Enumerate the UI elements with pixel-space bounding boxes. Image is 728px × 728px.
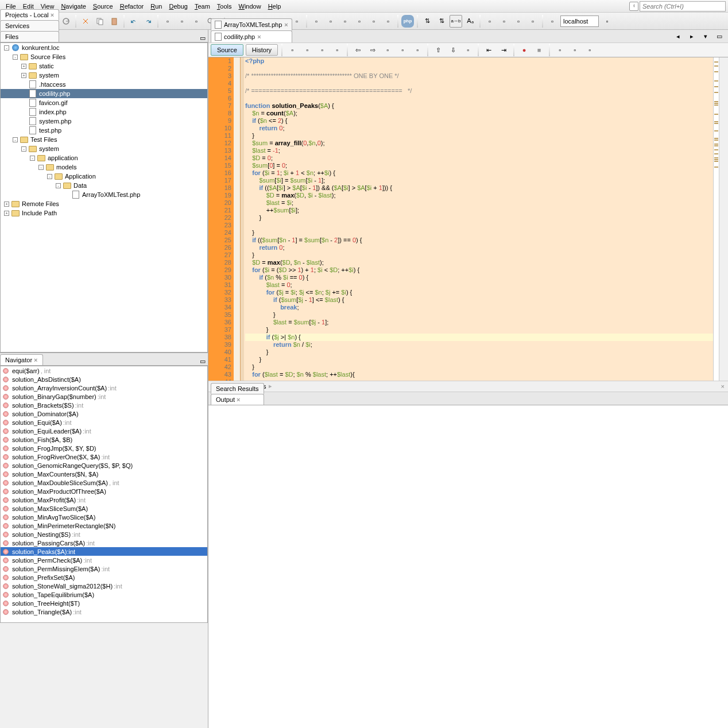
history-view-button[interactable]: History	[246, 44, 278, 56]
nav-item[interactable]: solution_Triangle($A):int	[1, 607, 207, 616]
code-editor[interactable]: 1234567891011121314151617181920212223242…	[208, 57, 728, 381]
nav-item[interactable]: solution_PrefixSet($A)	[1, 573, 207, 582]
menu-team[interactable]: Team	[191, 2, 214, 11]
tb-icon[interactable]: ▫	[526, 15, 539, 28]
tree-item[interactable]: +system	[1, 71, 207, 80]
tb-icon[interactable]: ▫	[310, 15, 323, 28]
minimize-icon[interactable]: ▭	[200, 34, 206, 42]
nav-item[interactable]: solution_Dominator($A)	[1, 409, 207, 418]
tree-item[interactable]: -models	[1, 162, 207, 172]
tree-item[interactable]: codility.php	[1, 89, 207, 98]
menu-tools[interactable]: Tools	[214, 2, 235, 11]
tree-item[interactable]: test.php	[1, 126, 207, 135]
tree-item[interactable]: -Application	[1, 172, 207, 181]
tree-item[interactable]: favicon.gif	[1, 98, 207, 107]
close-icon[interactable]: ×	[34, 357, 37, 363]
tree-item[interactable]: system.php	[1, 117, 207, 126]
tree-item[interactable]: -Data	[1, 181, 207, 190]
nav-item[interactable]: solution_StoneWall_sigma2012($H):int	[1, 582, 207, 590]
tab-prev-icon[interactable]: ◂	[672, 30, 684, 42]
tree-item[interactable]: -system	[1, 144, 207, 153]
tb-icon[interactable]: ⇅	[435, 15, 448, 28]
next-bookmark-icon[interactable]: ⇩	[447, 44, 459, 56]
search-input[interactable]	[640, 1, 726, 11]
tb-icon[interactable]: ▫	[161, 15, 174, 28]
macro-rec-icon[interactable]: ●	[518, 44, 530, 56]
ed-icon[interactable]: ▫	[462, 44, 474, 56]
tree-item[interactable]: index.php	[1, 107, 207, 117]
nav-item[interactable]: solution_FrogRiverOne($X, $A):int	[1, 452, 207, 461]
tab-services[interactable]: Services	[0, 20, 59, 31]
nav-item[interactable]: solution_PassingCars($A):int	[1, 539, 207, 547]
menu-window[interactable]: Window	[235, 2, 265, 11]
tree-item[interactable]: +static	[1, 61, 207, 71]
nav-item[interactable]: solution_ArrayInversionCount($A):int	[1, 384, 207, 392]
ed-icon[interactable]: ▫	[396, 44, 409, 56]
editor-breadcrumb[interactable]: solution_Peaks ▸ ×	[208, 381, 728, 392]
nav-item[interactable]: solution_FrogJmp($X, $Y, $D)	[1, 444, 207, 452]
menu-run[interactable]: Run	[147, 2, 165, 11]
vertical-scrollbar[interactable]	[719, 57, 728, 381]
project-tree[interactable]: -konkurent.loc-Source Files+static+syste…	[0, 42, 208, 353]
tree-item[interactable]: -Source Files	[1, 52, 207, 61]
menu-help[interactable]: Help	[265, 2, 285, 11]
nav-item[interactable]: solution_MaxCounters($N, $A)	[1, 470, 207, 478]
nav-item[interactable]: solution_MaxProfit($A):int	[1, 495, 207, 504]
nav-item[interactable]: solution_TapeEquilibrium($A)	[1, 590, 207, 599]
ed-icon[interactable]: ▫	[301, 44, 313, 56]
reload-button[interactable]	[60, 15, 72, 28]
tree-item[interactable]: +Remote Files	[1, 199, 207, 208]
tab-next-icon[interactable]: ▸	[686, 30, 698, 42]
nav-item[interactable]: solution_MaxDoubleSliceSum($A), int	[1, 478, 207, 487]
nav-item[interactable]: solution_Fish($A, $B)	[1, 435, 207, 444]
nav-item[interactable]: solution_Peaks($A):int	[1, 547, 207, 556]
ed-icon[interactable]: ▫	[316, 44, 328, 56]
close-icon[interactable]: ×	[51, 11, 54, 18]
tb-icon[interactable]: ▫	[498, 15, 510, 28]
tab-projects-local[interactable]: Projects - Local ×	[0, 9, 59, 20]
tb-icon[interactable]: ▫	[353, 15, 366, 28]
redo-button[interactable]	[142, 15, 154, 28]
tree-item[interactable]: -konkurent.loc	[1, 43, 207, 52]
tb-icon[interactable]: ▫	[601, 15, 613, 28]
nav-item[interactable]: solution_TreeHeight($T)	[1, 599, 207, 607]
diff-icon[interactable]: a↔b	[450, 15, 462, 28]
nav-item[interactable]: solution_PermMissingElem($A):int	[1, 564, 207, 573]
nav-item[interactable]: solution_PermCheck($A):int	[1, 556, 207, 564]
ed-icon[interactable]: ▫	[286, 44, 299, 56]
tree-item[interactable]: .htaccess	[1, 80, 207, 89]
ed-icon[interactable]: ▫	[583, 44, 596, 56]
tab-output[interactable]: Output ×	[211, 394, 264, 405]
menu-refactor[interactable]: Refactor	[117, 2, 148, 11]
tab-search-results[interactable]: Search Results	[211, 383, 264, 394]
copy-button[interactable]	[94, 15, 106, 28]
tb-icon[interactable]: ▫	[190, 15, 203, 28]
nav-item[interactable]: solution_EquiLeader($A):int	[1, 427, 207, 435]
tab-files[interactable]: Files	[0, 31, 59, 42]
nav-item[interactable]: solution_MaxProductOfThree($A)	[1, 487, 207, 495]
host-dropdown[interactable]: localhost	[560, 16, 599, 27]
ed-icon[interactable]: ▫	[411, 44, 424, 56]
nav-item[interactable]: solution_BinaryGap($number):int	[1, 392, 207, 401]
menu-debug[interactable]: Debug	[165, 2, 191, 11]
nav-item[interactable]: solution_Brackets($S):int	[1, 401, 207, 409]
find-next-icon[interactable]: ⇨	[366, 44, 379, 56]
tb-icon[interactable]: ▫	[512, 15, 525, 28]
macro-stop-icon[interactable]: ■	[533, 44, 545, 56]
navigator-list[interactable]: equi($arr), intsolution_AbsDistinct($A)s…	[0, 366, 208, 623]
tb-icon[interactable]: ▫	[382, 15, 394, 28]
editor-tab[interactable]: codility.php ×	[211, 30, 292, 42]
fold-column[interactable]	[234, 57, 241, 381]
undo-button[interactable]	[127, 15, 140, 28]
minimize-icon[interactable]: ▭	[200, 358, 206, 365]
tb-icon[interactable]: ▫	[483, 15, 496, 28]
nav-item[interactable]: solution_MinAvgTwoSlice($A)	[1, 513, 207, 521]
nav-item[interactable]: solution_Nesting($S):int	[1, 530, 207, 539]
ed-icon[interactable]: ▫	[553, 44, 566, 56]
tb-icon[interactable]: ⇅	[421, 15, 433, 28]
find-prev-icon[interactable]: ⇦	[351, 44, 364, 56]
nav-item[interactable]: equi($arr), int	[1, 366, 207, 375]
editor-tab[interactable]: ArrayToXMLTest.php ×	[211, 18, 292, 30]
tree-item[interactable]: ArrayToXMLTest.php	[1, 190, 207, 199]
source-view-button[interactable]: Source	[211, 44, 243, 56]
